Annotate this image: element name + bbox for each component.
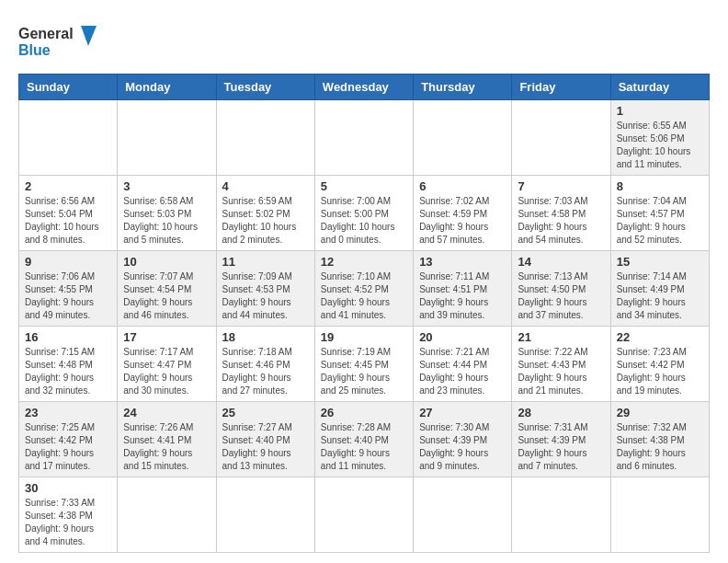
weekday-monday: Monday: [118, 75, 216, 100]
calendar-header: SundayMondayTuesdayWednesdayThursdayFrid…: [19, 75, 710, 100]
calendar-cell: [216, 477, 314, 553]
calendar-cell: 23Sunrise: 7:25 AM Sunset: 4:42 PM Dayli…: [19, 402, 118, 477]
calendar-cell: [512, 477, 610, 553]
calendar-cell: 8Sunrise: 7:04 AM Sunset: 4:57 PM Daylig…: [610, 176, 709, 251]
day-number: 20: [419, 330, 506, 344]
day-number: 29: [617, 406, 703, 419]
day-number: 13: [419, 255, 506, 269]
weekday-wednesday: Wednesday: [314, 75, 413, 100]
calendar-cell: 20Sunrise: 7:21 AM Sunset: 4:44 PM Dayli…: [414, 327, 512, 402]
day-number: 16: [25, 330, 111, 344]
day-info: Sunrise: 7:30 AM Sunset: 4:39 PM Dayligh…: [419, 421, 506, 473]
day-number: 26: [321, 406, 407, 419]
day-info: Sunrise: 7:14 AM Sunset: 4:49 PM Dayligh…: [617, 270, 703, 322]
day-number: 25: [222, 406, 309, 419]
generalblue-logo: General Blue: [18, 18, 110, 64]
calendar-cell: 28Sunrise: 7:31 AM Sunset: 4:39 PM Dayli…: [512, 402, 610, 477]
day-info: Sunrise: 7:33 AM Sunset: 4:38 PM Dayligh…: [25, 497, 111, 548]
day-info: Sunrise: 7:07 AM Sunset: 4:54 PM Dayligh…: [123, 270, 210, 322]
day-info: Sunrise: 7:06 AM Sunset: 4:55 PM Dayligh…: [25, 270, 111, 322]
day-number: 18: [222, 330, 309, 344]
weekday-friday: Friday: [512, 75, 610, 100]
calendar-week-5: 23Sunrise: 7:25 AM Sunset: 4:42 PM Dayli…: [19, 402, 710, 477]
day-number: 4: [222, 179, 309, 193]
calendar-cell: 11Sunrise: 7:09 AM Sunset: 4:53 PM Dayli…: [216, 251, 314, 327]
day-info: Sunrise: 7:03 AM Sunset: 4:58 PM Dayligh…: [518, 195, 604, 247]
day-number: 30: [25, 481, 111, 495]
day-info: Sunrise: 7:13 AM Sunset: 4:50 PM Dayligh…: [518, 270, 604, 322]
calendar-cell: [414, 477, 512, 553]
day-info: Sunrise: 7:32 AM Sunset: 4:38 PM Dayligh…: [617, 421, 703, 473]
calendar-cell: [216, 100, 314, 176]
day-number: 5: [321, 179, 407, 193]
calendar-cell: [314, 477, 413, 553]
calendar-body: 1Sunrise: 6:55 AM Sunset: 5:06 PM Daylig…: [19, 100, 710, 553]
day-info: Sunrise: 7:11 AM Sunset: 4:51 PM Dayligh…: [419, 270, 506, 322]
calendar-week-4: 16Sunrise: 7:15 AM Sunset: 4:48 PM Dayli…: [19, 327, 710, 402]
calendar-week-6: 30Sunrise: 7:33 AM Sunset: 4:38 PM Dayli…: [19, 477, 710, 553]
day-number: 10: [123, 255, 210, 269]
day-number: 8: [617, 179, 703, 193]
calendar-cell: 13Sunrise: 7:11 AM Sunset: 4:51 PM Dayli…: [414, 251, 512, 327]
calendar-cell: 12Sunrise: 7:10 AM Sunset: 4:52 PM Dayli…: [314, 251, 413, 327]
calendar-cell: 30Sunrise: 7:33 AM Sunset: 4:38 PM Dayli…: [19, 477, 118, 553]
calendar-cell: 27Sunrise: 7:30 AM Sunset: 4:39 PM Dayli…: [414, 402, 512, 477]
calendar-cell: 14Sunrise: 7:13 AM Sunset: 4:50 PM Dayli…: [512, 251, 610, 327]
day-info: Sunrise: 6:55 AM Sunset: 5:06 PM Dayligh…: [617, 120, 703, 171]
calendar-cell: 6Sunrise: 7:02 AM Sunset: 4:59 PM Daylig…: [414, 176, 512, 251]
calendar-cell: [414, 100, 512, 176]
svg-text:Blue: Blue: [18, 42, 51, 58]
calendar-cell: 10Sunrise: 7:07 AM Sunset: 4:54 PM Dayli…: [118, 251, 216, 327]
day-info: Sunrise: 7:00 AM Sunset: 5:00 PM Dayligh…: [321, 195, 407, 247]
calendar-cell: 24Sunrise: 7:26 AM Sunset: 4:41 PM Dayli…: [118, 402, 216, 477]
svg-marker-1: [81, 26, 97, 46]
calendar-cell: 26Sunrise: 7:28 AM Sunset: 4:40 PM Dayli…: [314, 402, 413, 477]
day-number: 12: [321, 255, 407, 269]
calendar-cell: [314, 100, 413, 176]
calendar-cell: [512, 100, 610, 176]
calendar-cell: 29Sunrise: 7:32 AM Sunset: 4:38 PM Dayli…: [610, 402, 709, 477]
day-number: 11: [222, 255, 309, 269]
day-info: Sunrise: 6:56 AM Sunset: 5:04 PM Dayligh…: [25, 195, 111, 247]
day-info: Sunrise: 7:10 AM Sunset: 4:52 PM Dayligh…: [321, 270, 407, 322]
calendar-cell: 25Sunrise: 7:27 AM Sunset: 4:40 PM Dayli…: [216, 402, 314, 477]
day-number: 15: [617, 255, 703, 269]
day-info: Sunrise: 7:22 AM Sunset: 4:43 PM Dayligh…: [518, 346, 604, 397]
day-number: 17: [123, 330, 210, 344]
day-number: 28: [518, 406, 604, 419]
day-number: 24: [123, 406, 210, 419]
weekday-saturday: Saturday: [610, 75, 709, 100]
day-number: 7: [518, 179, 604, 193]
day-number: 23: [25, 406, 111, 419]
calendar-cell: 7Sunrise: 7:03 AM Sunset: 4:58 PM Daylig…: [512, 176, 610, 251]
day-info: Sunrise: 7:17 AM Sunset: 4:47 PM Dayligh…: [123, 346, 210, 397]
calendar-cell: [118, 100, 216, 176]
day-info: Sunrise: 7:21 AM Sunset: 4:44 PM Dayligh…: [419, 346, 506, 397]
day-number: 14: [518, 255, 604, 269]
weekday-thursday: Thursday: [414, 75, 512, 100]
day-number: 2: [25, 179, 111, 193]
day-info: Sunrise: 7:15 AM Sunset: 4:48 PM Dayligh…: [25, 346, 111, 397]
day-info: Sunrise: 7:23 AM Sunset: 4:42 PM Dayligh…: [617, 346, 703, 397]
day-info: Sunrise: 7:18 AM Sunset: 4:46 PM Dayligh…: [222, 346, 309, 397]
calendar-cell: 19Sunrise: 7:19 AM Sunset: 4:45 PM Dayli…: [314, 327, 413, 402]
day-number: 9: [25, 255, 111, 269]
calendar-table: SundayMondayTuesdayWednesdayThursdayFrid…: [18, 74, 710, 553]
calendar-cell: 21Sunrise: 7:22 AM Sunset: 4:43 PM Dayli…: [512, 327, 610, 402]
svg-text:General: General: [18, 26, 74, 41]
weekday-sunday: Sunday: [19, 75, 118, 100]
day-info: Sunrise: 7:19 AM Sunset: 4:45 PM Dayligh…: [321, 346, 407, 397]
day-info: Sunrise: 7:31 AM Sunset: 4:39 PM Dayligh…: [518, 421, 604, 473]
day-info: Sunrise: 7:25 AM Sunset: 4:42 PM Dayligh…: [25, 421, 111, 473]
calendar-cell: [118, 477, 216, 553]
calendar-cell: 5Sunrise: 7:00 AM Sunset: 5:00 PM Daylig…: [314, 176, 413, 251]
day-info: Sunrise: 7:09 AM Sunset: 4:53 PM Dayligh…: [222, 270, 309, 322]
day-number: 21: [518, 330, 604, 344]
day-number: 27: [419, 406, 506, 419]
day-number: 1: [617, 104, 703, 118]
day-number: 22: [617, 330, 703, 344]
calendar-cell: 15Sunrise: 7:14 AM Sunset: 4:49 PM Dayli…: [610, 251, 709, 327]
day-info: Sunrise: 7:02 AM Sunset: 4:59 PM Dayligh…: [419, 195, 506, 247]
weekday-tuesday: Tuesday: [216, 75, 314, 100]
calendar-cell: 3Sunrise: 6:58 AM Sunset: 5:03 PM Daylig…: [118, 176, 216, 251]
